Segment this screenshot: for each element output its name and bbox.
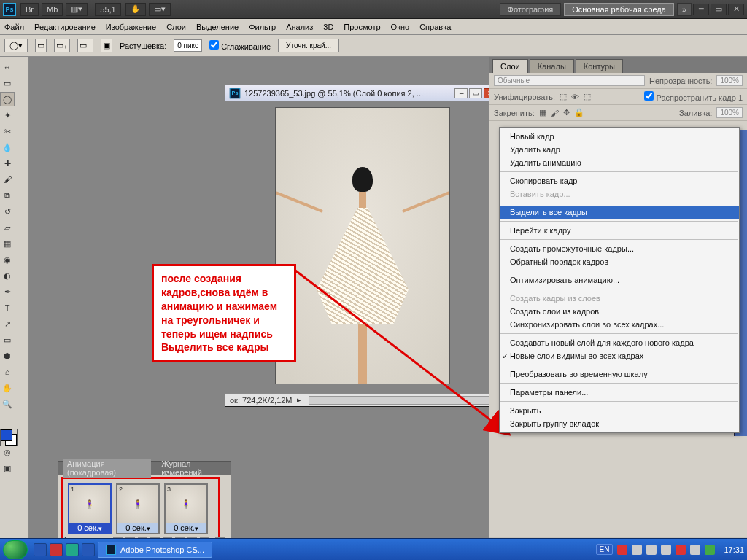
minibridge-button[interactable]: Mb — [42, 3, 63, 16]
menu-file[interactable]: Файл — [4, 23, 24, 31]
menu-window[interactable]: Окно — [391, 23, 410, 31]
tray-icon[interactable] — [661, 545, 671, 555]
document-titlebar[interactable]: Ps 1257239365_53.jpg @ 55,1% (Слой 0 коп… — [225, 85, 500, 101]
menu-delete-animation[interactable]: Удалить анимацию — [500, 156, 739, 169]
quicklaunch-opera-icon[interactable] — [50, 543, 63, 556]
stamp-tool-icon[interactable]: ⧉ — [0, 188, 15, 203]
workspace-photography[interactable]: Фотография — [500, 3, 562, 16]
frame-duration[interactable]: 0 сек.▾ — [166, 523, 206, 533]
tab-paths[interactable]: Контуры — [576, 59, 623, 73]
workspace-essentials[interactable]: Основная рабочая среда — [564, 3, 674, 16]
fill-input[interactable]: 100% — [716, 107, 743, 118]
menu-tween[interactable]: Создать промежуточные кадры... — [500, 242, 739, 255]
dodge-tool-icon[interactable]: ◐ — [0, 268, 15, 283]
start-button[interactable] — [3, 540, 28, 559]
feather-input[interactable]: 0 пикс — [174, 39, 202, 52]
shape-tool-icon[interactable]: ▭ — [0, 332, 15, 347]
workspace-more[interactable]: » — [677, 3, 692, 16]
color-swatch[interactable] — [0, 429, 18, 446]
3d-camera-tool-icon[interactable]: ⌂ — [0, 365, 15, 379]
menu-layers-from-frames[interactable]: Создать слои из кадров — [500, 305, 739, 318]
zoom-tool-icon[interactable]: 🔍 — [0, 397, 15, 411]
tab-channels[interactable]: Каналы — [530, 59, 574, 73]
menu-filter[interactable]: Фильтр — [249, 23, 276, 31]
menu-new-layer-each-frame[interactable]: Создавать новый слой для каждого нового … — [500, 336, 739, 349]
type-tool-icon[interactable]: T — [0, 300, 15, 315]
frame-duration[interactable]: 0 сек.▾ — [69, 523, 110, 533]
menu-view[interactable]: Просмотр — [344, 23, 380, 31]
frame-duration[interactable]: 0 сек.▾ — [117, 523, 158, 533]
frame-1[interactable]: 1 🧍‍♀️ 0 сек.▾ — [68, 483, 112, 534]
bridge-button[interactable]: Br — [20, 3, 39, 16]
menu-select-all-frames[interactable]: Выделить все кадры — [500, 206, 739, 219]
screen-mode-button[interactable]: ▭▾ — [149, 3, 171, 16]
menu-reverse-frames[interactable]: Обратный порядок кадров — [500, 255, 739, 268]
tray-volume-icon[interactable] — [646, 545, 657, 555]
lock-position-icon[interactable]: ✥ — [563, 108, 570, 117]
quicklaunch-desktop-icon[interactable] — [82, 543, 95, 556]
menu-layer[interactable]: Слои — [166, 23, 186, 31]
quicklaunch-ie-icon[interactable] — [66, 543, 79, 556]
doc-minimize-button[interactable]: ━ — [454, 88, 468, 98]
menu-close-tab-group[interactable]: Закрыть группу вкладок — [500, 417, 739, 430]
doc-arrange-button[interactable]: ▥▾ — [66, 3, 88, 16]
selection-new-icon[interactable]: ▭ — [35, 39, 47, 52]
lock-pixels-icon[interactable]: ▦ — [539, 108, 546, 117]
menu-close-panel[interactable]: Закрыть — [500, 404, 739, 417]
menu-optimize-animation[interactable]: Оптимизировать анимацию... — [500, 273, 739, 287]
quicklaunch-icon[interactable] — [34, 543, 47, 556]
opacity-input[interactable]: 100% — [716, 75, 743, 86]
menu-select[interactable]: Выделение — [196, 23, 239, 31]
menu-panel-options[interactable]: Параметры панели... — [500, 386, 739, 399]
blur-tool-icon[interactable]: ◉ — [0, 252, 15, 267]
menu-delete-frame[interactable]: Удалить кадр — [500, 143, 739, 156]
document-hscrollbar[interactable] — [309, 396, 495, 405]
antialias-checkbox[interactable]: Сглаживание — [209, 40, 271, 51]
propagate-checkbox[interactable]: Распространить кадр 1 — [644, 91, 743, 102]
tray-icon[interactable] — [617, 545, 627, 555]
tab-layers[interactable]: Слои — [492, 59, 528, 73]
heal-tool-icon[interactable]: ✚ — [0, 156, 15, 171]
quickmask-icon[interactable]: ◎ — [0, 445, 15, 459]
menu-goto-frame[interactable]: Перейти к кадру — [500, 224, 739, 237]
path-tool-icon[interactable]: ↗ — [0, 316, 15, 331]
wand-tool-icon[interactable]: ✦ — [0, 108, 15, 122]
unify-visibility-icon[interactable]: 👁 — [571, 93, 579, 101]
doc-maximize-button[interactable]: ▭ — [469, 88, 482, 98]
brush-tool-icon[interactable]: 🖌 — [0, 172, 15, 187]
gradient-tool-icon[interactable]: ▦ — [0, 236, 15, 251]
app-minimize-button[interactable]: ━ — [693, 4, 709, 15]
selection-add-icon[interactable]: ▭₊ — [54, 39, 70, 52]
selection-subtract-icon[interactable]: ▭₋ — [77, 39, 93, 52]
menu-new-frame[interactable]: Новый кадр — [500, 130, 739, 143]
app-maximize-button[interactable]: ▭ — [711, 4, 727, 15]
refine-edge-button[interactable]: Уточн. край... — [278, 39, 339, 52]
current-tool-icon[interactable]: ◯▾ — [4, 39, 28, 52]
eraser-tool-icon[interactable]: ▱ — [0, 220, 15, 235]
move-tool-icon[interactable]: ↔ — [0, 60, 15, 74]
taskbar-app-button[interactable]: Adobe Photoshop CS... — [98, 542, 212, 558]
frame-2[interactable]: 2 🧍‍♀️ 0 сек.▾ — [116, 483, 160, 534]
marquee-tool-icon[interactable]: ▭ — [0, 76, 15, 90]
tray-nvidia-icon[interactable] — [705, 545, 715, 555]
hand-tool-icon[interactable]: ✋ — [0, 381, 15, 395]
crop-tool-icon[interactable]: ✂ — [0, 124, 15, 139]
selection-intersect-icon[interactable]: ▣ — [101, 39, 112, 52]
blend-mode-select[interactable]: Обычные — [494, 75, 645, 86]
unify-style-icon[interactable]: ⬚ — [584, 92, 591, 101]
screenmode-icon[interactable]: ▣ — [0, 461, 15, 475]
tray-icon[interactable] — [690, 545, 700, 555]
unify-position-icon[interactable]: ⬚ — [560, 92, 567, 101]
tray-icon[interactable] — [632, 545, 642, 555]
taskbar-clock[interactable]: 17:31 — [724, 545, 744, 554]
frame-3[interactable]: 3 🧍‍♀️ 0 сек.▾ — [164, 483, 208, 534]
lock-brush-icon[interactable]: 🖌 — [551, 109, 559, 117]
lock-all-icon[interactable]: 🔒 — [574, 108, 584, 117]
tray-avira-icon[interactable] — [676, 545, 686, 555]
language-indicator[interactable]: EN — [596, 544, 614, 555]
lasso-tool-icon[interactable]: ◯ — [0, 92, 15, 106]
eyedropper-tool-icon[interactable]: 💧 — [0, 140, 15, 155]
menu-convert-timeline[interactable]: Преобразовать во временную шкалу — [500, 368, 739, 381]
pen-tool-icon[interactable]: ✒ — [0, 284, 15, 299]
menu-copy-frame[interactable]: Скопировать кадр — [500, 174, 739, 187]
